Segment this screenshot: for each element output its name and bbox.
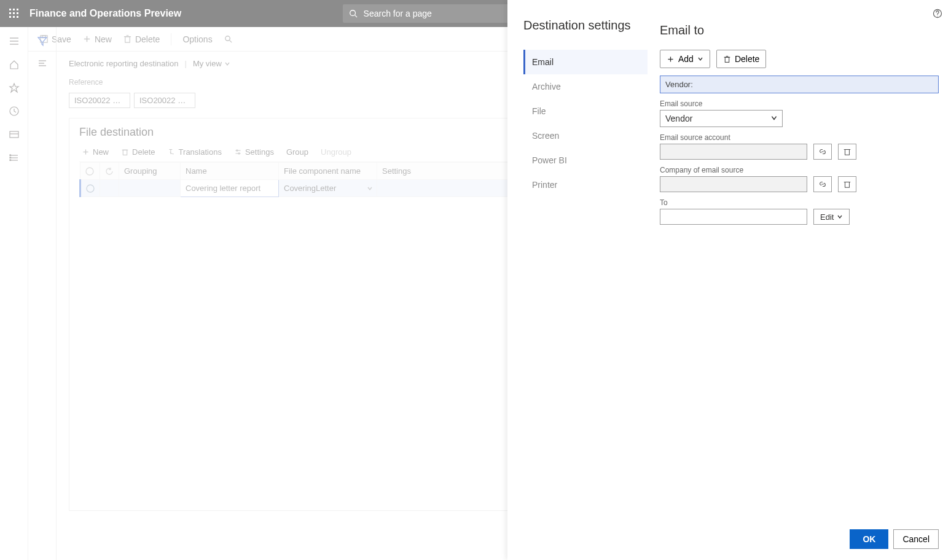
company-label: Company of email source: [660, 166, 939, 174]
dest-nav-powerbi[interactable]: Power BI: [523, 148, 648, 173]
dest-nav-email[interactable]: Email: [523, 50, 648, 74]
find-button[interactable]: [224, 34, 233, 44]
cancel-button[interactable]: Cancel: [893, 529, 939, 549]
workspace-icon[interactable]: [9, 129, 20, 140]
star-icon[interactable]: [9, 82, 20, 93]
svg-point-46: [937, 15, 937, 16]
select-value: Vendor: [660, 110, 783, 127]
home-icon[interactable]: [9, 59, 20, 70]
label: Translations: [179, 147, 222, 157]
new-button[interactable]: New: [82, 34, 112, 44]
delete-label: Delete: [135, 34, 160, 44]
to-input[interactable]: [660, 209, 807, 225]
svg-rect-6: [9, 16, 11, 18]
col-grouping[interactable]: Grouping: [119, 163, 181, 180]
email-source-label: Email source: [660, 99, 939, 108]
svg-line-10: [354, 15, 357, 18]
to-label: To: [660, 198, 939, 207]
separator: [171, 33, 171, 45]
link-button[interactable]: [813, 144, 832, 160]
dest-nav-archive[interactable]: Archive: [523, 74, 648, 99]
grid-new-button[interactable]: New: [82, 147, 109, 157]
hamburger-icon[interactable]: [9, 36, 20, 47]
ok-button[interactable]: OK: [850, 529, 888, 549]
search-icon: [349, 9, 358, 18]
delete-button[interactable]: Delete: [123, 34, 160, 44]
label: Delete: [132, 147, 155, 157]
options-button[interactable]: Options: [182, 34, 212, 44]
svg-rect-1: [13, 9, 15, 10]
cell-grouping[interactable]: [119, 180, 181, 197]
dest-nav-file[interactable]: File: [523, 99, 648, 123]
view-label: My view: [193, 59, 222, 68]
svg-rect-21: [10, 157, 11, 158]
edit-label: Edit: [820, 212, 834, 222]
modules-icon[interactable]: [9, 152, 20, 163]
col-component[interactable]: File component name: [279, 163, 377, 180]
svg-point-33: [225, 36, 230, 41]
grid-delete-button[interactable]: Delete: [121, 147, 155, 157]
svg-rect-37: [123, 150, 127, 155]
email-source-account-input[interactable]: [660, 144, 807, 160]
chevron-down-icon: [770, 114, 778, 122]
waffle-icon[interactable]: [5, 9, 23, 18]
col-name[interactable]: Name: [181, 163, 279, 180]
row-checkbox[interactable]: [86, 184, 95, 193]
left-rail-secondary: [28, 27, 57, 560]
delete-icon-button[interactable]: [838, 144, 856, 160]
delete-icon-button[interactable]: [838, 176, 856, 192]
dest-nav-screen[interactable]: Screen: [523, 123, 648, 148]
svg-rect-54: [845, 182, 850, 188]
email-to-panel: Email to Add Delete Vendor: Email source…: [648, 0, 951, 560]
collapse-icon[interactable]: [37, 58, 48, 69]
selected-source-display[interactable]: Vendor:: [660, 76, 939, 93]
svg-line-34: [229, 40, 232, 42]
email-source-select[interactable]: Vendor: [660, 110, 783, 127]
separator: |: [185, 59, 187, 68]
edit-button[interactable]: Edit: [813, 209, 850, 225]
email-to-title: Email to: [660, 23, 939, 37]
svg-rect-3: [9, 12, 11, 14]
grid-group-button[interactable]: Group: [286, 147, 308, 157]
options-label: Options: [182, 34, 212, 44]
delete-label: Delete: [735, 54, 759, 64]
link-button[interactable]: [813, 176, 832, 192]
refresh-icon[interactable]: [105, 167, 114, 176]
svg-rect-7: [13, 16, 15, 18]
svg-rect-8: [17, 16, 18, 18]
delete-button[interactable]: Delete: [716, 50, 766, 68]
company-input[interactable]: [660, 176, 807, 192]
reference-pill[interactable]: ISO20022 Cre…: [134, 93, 195, 108]
add-button[interactable]: Add: [660, 50, 710, 68]
svg-rect-49: [725, 57, 729, 62]
new-label: New: [95, 34, 112, 44]
cell-component[interactable]: CoveringLetter: [279, 180, 377, 197]
svg-point-44: [87, 185, 94, 192]
destination-nav: Destination settings Email Archive File …: [507, 0, 648, 560]
cell-value: CoveringLetter: [284, 184, 336, 193]
svg-rect-5: [17, 12, 18, 14]
label: Settings: [245, 147, 274, 157]
left-rail-primary: [0, 27, 28, 560]
chevron-down-icon: [367, 185, 373, 192]
svg-point-43: [86, 168, 93, 175]
dest-nav-printer[interactable]: Printer: [523, 173, 648, 197]
add-label: Add: [678, 54, 694, 64]
reference-pill[interactable]: ISO20022 Cre…: [69, 93, 130, 108]
svg-rect-0: [9, 9, 11, 10]
grid-translations-button[interactable]: Translations: [168, 147, 222, 157]
email-source-account-label: Email source account: [660, 133, 939, 142]
view-selector[interactable]: My view: [193, 59, 230, 68]
svg-point-9: [350, 10, 355, 16]
svg-rect-15: [10, 131, 18, 138]
filter-icon[interactable]: [37, 36, 48, 47]
svg-rect-52: [845, 150, 850, 155]
help-icon[interactable]: [933, 9, 942, 18]
cell-name[interactable]: Covering letter report: [181, 180, 279, 197]
select-all-checkbox[interactable]: [85, 167, 95, 176]
clock-icon[interactable]: [9, 106, 20, 117]
dialog-footer: OK Cancel: [660, 521, 939, 549]
panel-title: Destination settings: [523, 18, 648, 33]
svg-rect-30: [125, 37, 130, 42]
grid-settings-button[interactable]: Settings: [234, 147, 274, 157]
